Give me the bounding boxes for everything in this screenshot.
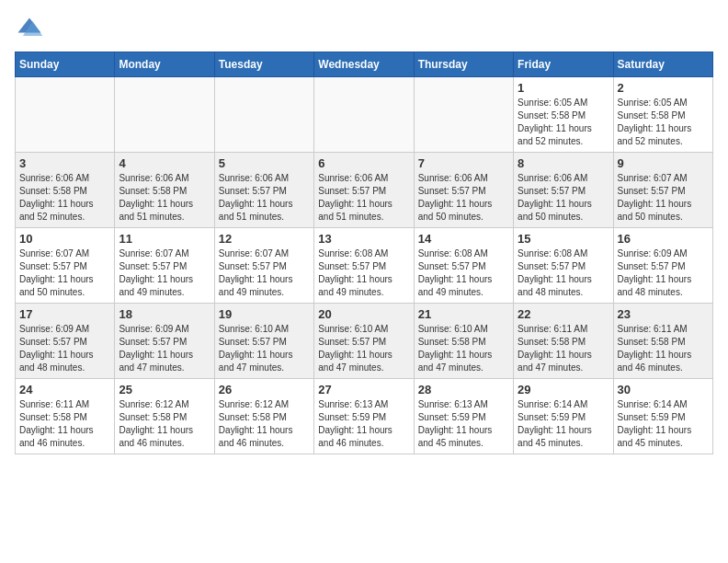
day-info: Sunrise: 6:05 AM Sunset: 5:58 PM Dayligh… bbox=[618, 97, 709, 148]
page-header bbox=[15, 15, 713, 44]
day-info: Sunrise: 6:11 AM Sunset: 5:58 PM Dayligh… bbox=[618, 323, 709, 374]
day-info: Sunrise: 6:08 AM Sunset: 5:57 PM Dayligh… bbox=[418, 247, 509, 299]
day-info: Sunrise: 6:11 AM Sunset: 5:58 PM Dayligh… bbox=[518, 323, 609, 374]
day-info: Sunrise: 6:10 AM Sunset: 5:58 PM Dayligh… bbox=[418, 323, 509, 374]
day-number: 15 bbox=[518, 232, 609, 246]
calendar-day: 5Sunrise: 6:06 AM Sunset: 5:57 PM Daylig… bbox=[214, 153, 313, 228]
calendar-day: 6Sunrise: 6:06 AM Sunset: 5:57 PM Daylig… bbox=[314, 153, 414, 228]
day-number: 20 bbox=[318, 307, 409, 321]
day-info: Sunrise: 6:14 AM Sunset: 5:59 PM Dayligh… bbox=[618, 398, 709, 450]
day-number: 2 bbox=[618, 81, 709, 95]
calendar-day: 27Sunrise: 6:13 AM Sunset: 5:59 PM Dayli… bbox=[314, 379, 414, 454]
day-info: Sunrise: 6:09 AM Sunset: 5:57 PM Dayligh… bbox=[119, 323, 210, 374]
day-info: Sunrise: 6:13 AM Sunset: 5:59 PM Dayligh… bbox=[418, 398, 509, 450]
day-number: 13 bbox=[318, 232, 409, 246]
day-number: 25 bbox=[119, 383, 210, 396]
day-header-monday: Monday bbox=[115, 52, 214, 77]
calendar-day: 3Sunrise: 6:06 AM Sunset: 5:58 PM Daylig… bbox=[16, 153, 115, 228]
calendar-week-row: 3Sunrise: 6:06 AM Sunset: 5:58 PM Daylig… bbox=[16, 153, 713, 228]
day-info: Sunrise: 6:06 AM Sunset: 5:57 PM Dayligh… bbox=[418, 172, 509, 224]
calendar-day: 18Sunrise: 6:09 AM Sunset: 5:57 PM Dayli… bbox=[115, 304, 214, 379]
day-info: Sunrise: 6:06 AM Sunset: 5:58 PM Dayligh… bbox=[119, 172, 210, 224]
day-number: 28 bbox=[418, 383, 509, 396]
day-number: 8 bbox=[518, 156, 609, 170]
day-info: Sunrise: 6:13 AM Sunset: 5:59 PM Dayligh… bbox=[318, 398, 409, 450]
day-number: 18 bbox=[119, 307, 210, 321]
day-info: Sunrise: 6:06 AM Sunset: 5:58 PM Dayligh… bbox=[19, 172, 110, 224]
day-info: Sunrise: 6:06 AM Sunset: 5:57 PM Dayligh… bbox=[318, 172, 409, 224]
day-info: Sunrise: 6:12 AM Sunset: 5:58 PM Dayligh… bbox=[119, 398, 210, 450]
day-number: 17 bbox=[19, 307, 110, 321]
calendar-day: 17Sunrise: 6:09 AM Sunset: 5:57 PM Dayli… bbox=[16, 304, 115, 379]
calendar-day: 20Sunrise: 6:10 AM Sunset: 5:57 PM Dayli… bbox=[314, 304, 414, 379]
calendar-day: 26Sunrise: 6:12 AM Sunset: 5:58 PM Dayli… bbox=[214, 379, 313, 454]
calendar-day: 10Sunrise: 6:07 AM Sunset: 5:57 PM Dayli… bbox=[16, 228, 115, 304]
day-number: 16 bbox=[618, 232, 709, 246]
calendar-day: 29Sunrise: 6:14 AM Sunset: 5:59 PM Dayli… bbox=[514, 379, 613, 454]
calendar-day: 8Sunrise: 6:06 AM Sunset: 5:57 PM Daylig… bbox=[514, 153, 613, 228]
calendar-day: 19Sunrise: 6:10 AM Sunset: 5:57 PM Dayli… bbox=[214, 304, 313, 379]
calendar-day: 21Sunrise: 6:10 AM Sunset: 5:58 PM Dayli… bbox=[414, 304, 513, 379]
calendar-day: 11Sunrise: 6:07 AM Sunset: 5:57 PM Dayli… bbox=[115, 228, 214, 304]
day-info: Sunrise: 6:06 AM Sunset: 5:57 PM Dayligh… bbox=[219, 172, 310, 224]
calendar-day: 14Sunrise: 6:08 AM Sunset: 5:57 PM Dayli… bbox=[414, 228, 513, 304]
calendar-day: 16Sunrise: 6:09 AM Sunset: 5:57 PM Dayli… bbox=[613, 228, 712, 304]
calendar-week-row: 1Sunrise: 6:05 AM Sunset: 5:58 PM Daylig… bbox=[16, 77, 713, 153]
day-number: 10 bbox=[19, 232, 110, 246]
day-number: 4 bbox=[119, 156, 210, 170]
day-number: 22 bbox=[518, 307, 609, 321]
day-info: Sunrise: 6:08 AM Sunset: 5:57 PM Dayligh… bbox=[318, 247, 409, 299]
day-header-thursday: Thursday bbox=[414, 52, 513, 77]
calendar-day: 22Sunrise: 6:11 AM Sunset: 5:58 PM Dayli… bbox=[514, 304, 613, 379]
day-number: 6 bbox=[318, 156, 409, 170]
day-number: 14 bbox=[418, 232, 509, 246]
calendar-week-row: 17Sunrise: 6:09 AM Sunset: 5:57 PM Dayli… bbox=[16, 304, 713, 379]
calendar-day: 13Sunrise: 6:08 AM Sunset: 5:57 PM Dayli… bbox=[314, 228, 414, 304]
day-number: 23 bbox=[618, 307, 709, 321]
calendar-day: 15Sunrise: 6:08 AM Sunset: 5:57 PM Dayli… bbox=[514, 228, 613, 304]
calendar-day: 23Sunrise: 6:11 AM Sunset: 5:58 PM Dayli… bbox=[613, 304, 712, 379]
day-info: Sunrise: 6:14 AM Sunset: 5:59 PM Dayligh… bbox=[518, 398, 609, 450]
calendar-day: 4Sunrise: 6:06 AM Sunset: 5:58 PM Daylig… bbox=[115, 153, 214, 228]
day-info: Sunrise: 6:10 AM Sunset: 5:57 PM Dayligh… bbox=[318, 323, 409, 374]
day-info: Sunrise: 6:06 AM Sunset: 5:57 PM Dayligh… bbox=[518, 172, 609, 224]
day-info: Sunrise: 6:11 AM Sunset: 5:58 PM Dayligh… bbox=[19, 398, 110, 450]
day-number: 7 bbox=[418, 156, 509, 170]
day-info: Sunrise: 6:09 AM Sunset: 5:57 PM Dayligh… bbox=[19, 323, 110, 374]
day-number: 29 bbox=[518, 383, 609, 396]
day-number: 1 bbox=[518, 81, 609, 95]
day-number: 27 bbox=[318, 383, 409, 396]
day-number: 26 bbox=[219, 383, 310, 396]
day-number: 24 bbox=[19, 383, 110, 396]
day-header-saturday: Saturday bbox=[613, 52, 712, 77]
day-number: 11 bbox=[119, 232, 210, 246]
calendar-day: 2Sunrise: 6:05 AM Sunset: 5:58 PM Daylig… bbox=[613, 77, 712, 153]
calendar-day: 30Sunrise: 6:14 AM Sunset: 5:59 PM Dayli… bbox=[613, 379, 712, 454]
day-info: Sunrise: 6:05 AM Sunset: 5:58 PM Dayligh… bbox=[518, 97, 609, 148]
day-number: 9 bbox=[618, 156, 709, 170]
day-header-friday: Friday bbox=[514, 52, 613, 77]
calendar-day: 12Sunrise: 6:07 AM Sunset: 5:57 PM Dayli… bbox=[214, 228, 313, 304]
day-info: Sunrise: 6:07 AM Sunset: 5:57 PM Dayligh… bbox=[618, 172, 709, 224]
day-number: 5 bbox=[219, 156, 310, 170]
calendar-day: 7Sunrise: 6:06 AM Sunset: 5:57 PM Daylig… bbox=[414, 153, 513, 228]
calendar-week-row: 10Sunrise: 6:07 AM Sunset: 5:57 PM Dayli… bbox=[16, 228, 713, 304]
day-info: Sunrise: 6:07 AM Sunset: 5:57 PM Dayligh… bbox=[119, 247, 210, 299]
day-info: Sunrise: 6:07 AM Sunset: 5:57 PM Dayligh… bbox=[219, 247, 310, 299]
calendar-day: 25Sunrise: 6:12 AM Sunset: 5:58 PM Dayli… bbox=[115, 379, 214, 454]
day-info: Sunrise: 6:09 AM Sunset: 5:57 PM Dayligh… bbox=[618, 247, 709, 299]
calendar-day bbox=[414, 77, 513, 153]
day-number: 30 bbox=[618, 383, 709, 396]
calendar-day bbox=[214, 77, 313, 153]
day-number: 19 bbox=[219, 307, 310, 321]
calendar-day: 1Sunrise: 6:05 AM Sunset: 5:58 PM Daylig… bbox=[514, 77, 613, 153]
day-info: Sunrise: 6:08 AM Sunset: 5:57 PM Dayligh… bbox=[518, 247, 609, 299]
logo bbox=[15, 15, 48, 44]
day-number: 21 bbox=[418, 307, 509, 321]
day-info: Sunrise: 6:07 AM Sunset: 5:57 PM Dayligh… bbox=[19, 247, 110, 299]
day-header-sunday: Sunday bbox=[16, 52, 115, 77]
calendar-day bbox=[314, 77, 414, 153]
day-number: 12 bbox=[219, 232, 310, 246]
day-header-tuesday: Tuesday bbox=[214, 52, 313, 77]
calendar-day bbox=[16, 77, 115, 153]
